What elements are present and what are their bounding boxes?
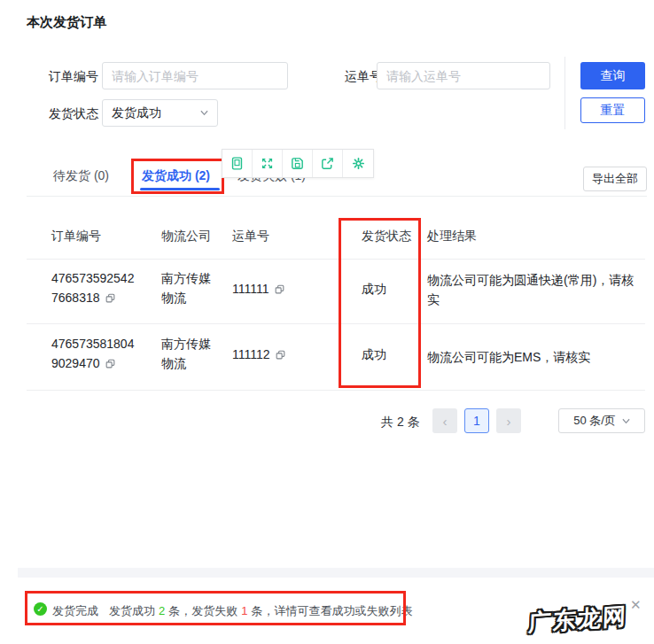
- notice-complete: 发货完成: [52, 604, 98, 617]
- success-check-icon: ✓: [34, 602, 47, 616]
- tabs-divider: [27, 196, 647, 197]
- reset-button[interactable]: 重置: [580, 97, 645, 123]
- tab-pending[interactable]: 待发货 (0): [53, 168, 109, 184]
- order-no-line2-text: 9029470: [51, 356, 100, 370]
- prev-chevron-icon: ‹: [443, 414, 448, 429]
- export-all-button[interactable]: 导出全部: [583, 167, 647, 191]
- header-divider: [27, 259, 645, 260]
- query-button-label: 查询: [601, 68, 626, 84]
- order-no-line1: 476573581804: [51, 337, 134, 351]
- chevron-down-icon: [622, 417, 630, 425]
- mobile-icon[interactable]: [222, 150, 253, 177]
- notice-part3: 条，详情可查看成功或失败列表: [251, 604, 412, 617]
- status-select[interactable]: 发货成功: [102, 99, 218, 127]
- copy-icon[interactable]: [274, 283, 285, 298]
- pagination-total: 共 2 条: [381, 415, 420, 431]
- col-header-result: 处理结果: [427, 229, 477, 244]
- share-icon[interactable]: [313, 150, 343, 177]
- col-header-order: 订单编号: [51, 229, 101, 244]
- table-bottom-divider: [27, 390, 645, 391]
- chevron-down-icon: [200, 109, 208, 117]
- status-select-value: 发货成功: [112, 105, 200, 121]
- company-line1: 南方传媒: [161, 271, 211, 287]
- shipping-notice: 发货完成发货成功2条，发货失败1条，详情可查看成功或失败列表: [52, 603, 412, 619]
- page-size-select[interactable]: 50 条/页: [558, 408, 645, 433]
- company-line2: 物流: [161, 356, 186, 372]
- copy-icon[interactable]: [105, 358, 116, 372]
- order-no-field-wrap: [102, 62, 288, 89]
- page-number: 1: [473, 414, 480, 428]
- extension-toolbar: [222, 149, 374, 178]
- status-cell: 成功: [362, 282, 386, 298]
- footer-separator-bar: [18, 568, 654, 578]
- order-no-line2: 7668318: [51, 291, 116, 306]
- status-label: 发货状态: [49, 106, 98, 122]
- col-header-company: 物流公司: [161, 229, 211, 244]
- waybill-cell: 111111: [232, 282, 285, 298]
- page-size-value: 50 条/页: [573, 413, 616, 429]
- row-divider: [27, 323, 645, 324]
- page-title: 本次发货订单: [27, 14, 106, 31]
- reset-button-label: 重置: [601, 103, 626, 119]
- order-no-line1: 476573592542: [51, 271, 134, 285]
- result-cell: 物流公司可能为EMS，请核实: [427, 347, 636, 367]
- waybill-input[interactable]: [378, 63, 549, 89]
- result-cell: 物流公司可能为圆通快递(常用)，请核实: [427, 270, 636, 309]
- form-divider: [564, 57, 565, 129]
- waybill-cell: 111112: [232, 347, 286, 363]
- pagination-next-button[interactable]: ›: [496, 408, 521, 433]
- order-no-line2-text: 7668318: [51, 291, 100, 305]
- col-header-status: 发货状态: [362, 229, 411, 244]
- waybill-field-wrap: [377, 62, 550, 89]
- save-icon[interactable]: [283, 150, 313, 177]
- company-line1: 南方传媒: [161, 337, 211, 353]
- active-tab-underline: [140, 188, 220, 190]
- order-no-label: 订单编号: [49, 69, 98, 85]
- col-header-waybill: 运单号: [232, 229, 269, 244]
- expand-icon[interactable]: [253, 150, 283, 177]
- copy-icon[interactable]: [275, 349, 286, 363]
- query-button[interactable]: 查询: [580, 62, 645, 89]
- notice-part2: 条，发货失败: [168, 604, 237, 617]
- watermark-logo: 广东龙网: [528, 601, 628, 639]
- pagination-prev-button[interactable]: ‹: [432, 408, 457, 433]
- copy-icon[interactable]: [105, 292, 116, 306]
- waybill-text: 111111: [232, 282, 269, 296]
- fail-count: 1: [241, 604, 247, 617]
- export-all-label: 导出全部: [592, 171, 638, 187]
- notice-part1: 发货成功: [109, 604, 155, 617]
- tab-success[interactable]: 发货成功 (2): [142, 168, 210, 184]
- success-count: 2: [159, 604, 165, 617]
- order-no-input[interactable]: [103, 63, 287, 89]
- order-no-line2: 9029470: [51, 356, 116, 372]
- pagination-page-1[interactable]: 1: [464, 408, 489, 433]
- company-line2: 物流: [161, 291, 186, 306]
- gear-icon[interactable]: [343, 150, 373, 177]
- waybill-text: 111112: [232, 347, 270, 361]
- status-cell: 成功: [362, 347, 386, 363]
- next-chevron-icon: ›: [507, 414, 511, 429]
- close-icon[interactable]: ✕: [630, 597, 642, 613]
